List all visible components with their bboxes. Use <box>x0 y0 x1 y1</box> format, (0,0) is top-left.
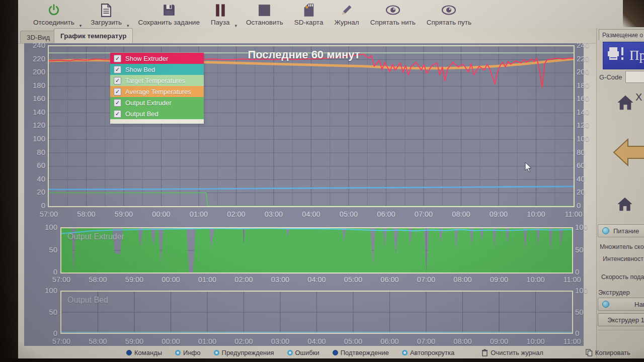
y-tick-label: 40 <box>577 175 585 183</box>
home-x-label: X <box>635 92 642 103</box>
sidebar-tab-object-placement[interactable]: Размещение о <box>599 29 644 40</box>
sidebar-divider <box>598 330 644 330</box>
log-toggle-5[interactable]: Подтверждение <box>333 349 389 356</box>
toolbar: Отсоединить▾Загрузить▾Сохранить заданиеП… <box>18 0 644 28</box>
x-tick-label: 03:00 <box>262 210 286 218</box>
tab-temperature-curve[interactable]: График температур <box>54 28 133 43</box>
x-tick-label: 04:00 <box>305 276 329 284</box>
legend-checkbox[interactable]: ✓ <box>114 55 121 62</box>
y-tick-label: 240 <box>577 41 589 49</box>
toggle-state-icon <box>333 350 338 355</box>
sidebar-tab-label: Размещение о <box>602 32 643 39</box>
log-action-2[interactable]: Копировать <box>586 349 630 356</box>
print-button[interactable]: Пр <box>603 42 644 69</box>
log-action-label: Копировать <box>595 349 630 356</box>
toggle-state-icon <box>214 350 219 355</box>
gcode-select[interactable] <box>625 71 644 83</box>
x-tick-label: 02:00 <box>224 210 249 218</box>
toolbar-button-5[interactable]: Остановить <box>242 3 287 26</box>
legend-row: ✓Output Bed <box>110 108 204 119</box>
output-extruder-y-right: 100500 <box>575 223 593 276</box>
log-action-1[interactable]: Очистить журнал <box>481 349 543 356</box>
y-tick-label: 50 <box>49 246 57 253</box>
output-extruder-label: Output Extruder <box>67 232 124 241</box>
log-toggle-4[interactable]: Ошибки <box>287 349 319 356</box>
legend-row: ✓Target Temperatures <box>110 75 204 86</box>
toolbar-button-9[interactable]: Спрятать путь <box>423 3 475 26</box>
toolbar-button-4[interactable]: Пауза <box>207 3 234 26</box>
y-tick-label: 100 <box>575 223 588 231</box>
toolbar-button-8[interactable]: Спрятать нить <box>366 3 420 26</box>
y-tick-label: 180 <box>577 81 589 89</box>
x-tick-label: 04:00 <box>299 210 324 218</box>
y-tick-label: 50 <box>49 308 57 316</box>
heat-label: Нагр <box>634 301 644 308</box>
legend-checkbox[interactable]: ✓ <box>114 99 121 107</box>
x-tick-label: 08:00 <box>449 210 473 218</box>
heat-indicator-icon <box>602 301 609 308</box>
mouse-cursor <box>525 162 533 175</box>
legend-row: ✓Show Bed <box>110 64 204 75</box>
pause-icon <box>215 3 226 18</box>
legend-label: Output Bed <box>125 110 158 118</box>
y-tick-label: 20 <box>37 188 45 196</box>
toolbar-button-3[interactable]: Сохранить задание <box>134 3 204 26</box>
legend-label: Show Extruder <box>125 55 168 62</box>
dropdown-caret-icon[interactable]: ▾ <box>234 23 237 28</box>
y-tick-label: 120 <box>33 121 45 129</box>
log-toggle-label: Предупреждения <box>222 349 274 356</box>
x-axis-output-extruder: 57:0058:0059:0000:0001:0002:0003:0004:00… <box>49 276 584 284</box>
toolbar-button-1[interactable]: Отсоединить <box>29 3 78 26</box>
y-tick-label: 80 <box>577 148 585 156</box>
pencil-icon <box>340 3 353 18</box>
move-x-minus-arrow-button[interactable] <box>613 136 644 170</box>
log-toggle-2[interactable]: Инфо <box>175 349 200 356</box>
y-tick-label: 0 <box>575 268 579 276</box>
y-tick-label: 0 <box>53 268 57 276</box>
toolbar-button-7[interactable]: Журнал <box>330 3 363 26</box>
temperature-chart[interactable]: ✓Show Extruder✓Show Bed✓Target Temperatu… <box>48 45 575 207</box>
toolbar-button-label: Остановить <box>246 19 283 26</box>
y-axis-right: 240220200180160140120100806040200 <box>577 41 597 209</box>
output-bed-chart[interactable] <box>60 291 573 334</box>
output-extruder-y-left: 100500 <box>37 223 57 276</box>
toolbar-button-6[interactable]: SD-карта <box>290 3 328 26</box>
y-tick-label: 0 <box>575 329 579 337</box>
dropdown-caret-icon[interactable]: ▾ <box>127 23 129 28</box>
tab-bar: 3D-Вид График температур <box>18 28 596 44</box>
temperature-panel: Последние 60 минут ✓Show Extruder✓Show B… <box>24 43 584 346</box>
legend-checkbox[interactable]: ✓ <box>114 110 121 118</box>
extruder-1-button[interactable]: Экструдер 1 <box>598 313 644 326</box>
x-tick-label: 09:00 <box>487 276 511 284</box>
legend-row: ✓Average Temperatures <box>110 86 204 97</box>
legend-checkbox[interactable]: ✓ <box>114 66 121 73</box>
x-tick-label: 59:00 <box>122 276 146 284</box>
x-tick-label: 00:00 <box>159 337 183 345</box>
log-toggle-1[interactable]: Команды <box>126 349 162 356</box>
x-tick-label: 05:00 <box>341 276 365 284</box>
feed-rate-label: Скорость пода <box>601 274 644 281</box>
heat-extruder-toggle-button[interactable]: Нагр <box>598 298 644 311</box>
log-toggle-6[interactable]: Автопрокрутка <box>402 349 454 356</box>
x-tick-label: 10:00 <box>524 276 548 284</box>
dropdown-caret-icon[interactable]: ▾ <box>79 23 82 28</box>
log-toggle-3[interactable]: Предупреждения <box>214 349 274 356</box>
legend-checkbox[interactable]: ✓ <box>114 88 121 96</box>
screen-edge-bottom <box>0 358 644 362</box>
output-extruder-chart[interactable] <box>60 227 573 274</box>
log-toggle-label: Подтверждение <box>341 349 389 356</box>
output-bed-canvas <box>61 292 572 333</box>
x-tick-label: 08:00 <box>451 337 475 345</box>
y-tick-label: 100 <box>575 287 588 294</box>
home-x-button[interactable]: X <box>617 95 642 111</box>
sd-card-icon <box>303 3 314 18</box>
toolbar-button-2[interactable]: Загрузить <box>87 3 126 26</box>
legend-checkbox[interactable]: ✓ <box>114 77 121 84</box>
home-all-button[interactable] <box>617 197 633 214</box>
home-icon <box>617 95 634 111</box>
legend-label: Average Temperatures <box>125 88 191 96</box>
power-toggle-button[interactable]: Питание <box>598 224 644 237</box>
y-tick-label: 100 <box>45 223 57 231</box>
x-tick-label: 02:00 <box>232 337 256 345</box>
trash-icon <box>481 349 488 356</box>
